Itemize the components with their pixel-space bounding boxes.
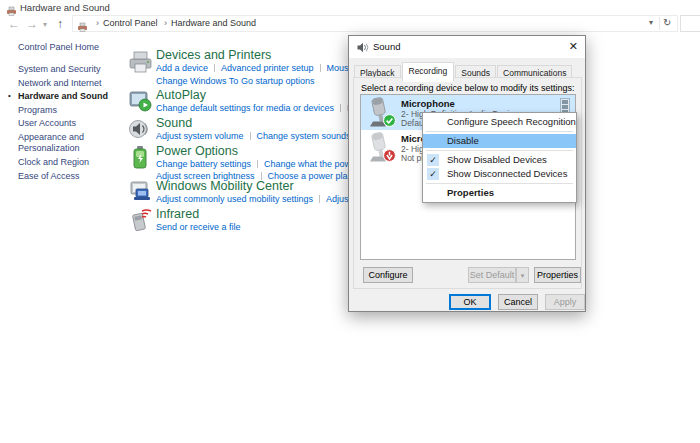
link-mobility-settings[interactable]: Adjust commonly used mobility settings: [156, 194, 313, 204]
properties-button[interactable]: Properties: [534, 267, 581, 283]
close-icon[interactable]: ✕: [569, 40, 578, 53]
breadcrumb-chevron-icon: ›: [96, 18, 99, 28]
link-divider: [250, 132, 251, 140]
configure-button[interactable]: Configure: [363, 267, 413, 283]
link-add-a-device[interactable]: Add a device: [156, 63, 208, 73]
category-title[interactable]: Infrared: [156, 207, 241, 221]
speaker-icon: [128, 117, 152, 145]
sidebar-item-hardware-and-sound[interactable]: Hardware and Sound: [18, 91, 108, 101]
sidebar-item-system-and-security[interactable]: System and Security: [18, 64, 101, 74]
link-change-battery-settings[interactable]: Change battery settings: [156, 159, 251, 169]
address-dropdown-chevron-icon[interactable]: ▾: [649, 18, 653, 27]
device-context-menu: Configure Speech Recognition Disable ✓Sh…: [422, 112, 577, 203]
link-advanced-printer-setup[interactable]: Advanced printer setup: [221, 63, 314, 73]
checkmark-icon: ✓: [427, 154, 439, 166]
breadcrumb: ›Control Panel ›Hardware and Sound: [92, 18, 256, 28]
sidebar-item-appearance-personalization[interactable]: Appearance and Personalization: [18, 132, 100, 154]
dialog-speaker-icon: [356, 40, 369, 58]
menu-item-disable[interactable]: Disable: [423, 134, 576, 148]
sidebar-item-clock-and-region[interactable]: Clock and Region: [18, 157, 89, 167]
menu-separator: [426, 150, 573, 151]
window-title: Hardware and Sound: [20, 2, 110, 13]
menu-separator: [426, 183, 573, 184]
battery-icon: [128, 145, 152, 174]
sidebar-item-programs[interactable]: Programs: [18, 105, 57, 115]
autoplay-icon: [128, 89, 152, 117]
up-icon[interactable]: ↑: [57, 17, 63, 31]
link-divider: [320, 64, 321, 72]
forward-icon[interactable]: →: [26, 17, 38, 31]
default-device-check-icon: [383, 113, 396, 131]
sidebar-item-ease-of-access[interactable]: Ease of Access: [18, 171, 80, 181]
unplugged-arrow-icon: [383, 148, 396, 166]
category-infrared: Infrared Send or receive a file: [128, 207, 241, 233]
dialog-titlebar[interactable]: Sound ✕: [349, 36, 585, 58]
printer-icon: [128, 49, 153, 78]
breadcrumb-hardware-and-sound[interactable]: Hardware and Sound: [171, 18, 256, 28]
recent-pages-chevron-icon[interactable]: ▾: [43, 20, 47, 29]
breadcrumb-chevron-icon: ›: [164, 18, 167, 28]
sidebar-item-network-and-internet[interactable]: Network and Internet: [18, 78, 102, 88]
menu-item-label: Show Disabled Devices: [447, 154, 547, 165]
menu-item-configure-speech-recognition[interactable]: Configure Speech Recognition: [423, 115, 576, 129]
menu-item-show-disconnected-devices[interactable]: ✓Show Disconnected Devices: [423, 167, 576, 181]
link-divider: [257, 160, 258, 168]
back-icon[interactable]: ←: [8, 17, 20, 31]
set-default-dropdown-arrow[interactable]: ▾: [516, 267, 529, 283]
active-item-bullet: •: [8, 91, 11, 100]
menu-item-properties[interactable]: Properties: [423, 186, 576, 200]
sidebar-item-user-accounts[interactable]: User Accounts: [18, 118, 76, 128]
set-default-button[interactable]: Set Default: [468, 267, 516, 283]
address-divider: [659, 17, 660, 30]
menu-item-label: Show Disconnected Devices: [447, 168, 567, 179]
ok-button[interactable]: OK: [449, 294, 491, 310]
link-change-system-sounds[interactable]: Change system sounds: [257, 131, 351, 141]
link-divider: [319, 195, 320, 203]
refresh-icon[interactable]: ↻: [663, 17, 671, 28]
device-name: Microphone: [401, 98, 455, 109]
checkmark-icon: ✓: [427, 168, 439, 180]
link-windows-to-go[interactable]: Change Windows To Go startup options: [156, 76, 314, 86]
laptop-icon: [128, 180, 152, 208]
sidebar-item-control-panel-home[interactable]: Control Panel Home: [18, 42, 99, 52]
cancel-button[interactable]: Cancel: [498, 294, 538, 310]
address-location-icon: [77, 18, 88, 36]
breadcrumb-control-panel[interactable]: Control Panel: [103, 18, 158, 28]
menu-separator: [426, 131, 573, 132]
link-divider: [340, 104, 341, 112]
search-input[interactable]: [680, 15, 700, 32]
dialog-title: Sound: [373, 41, 400, 52]
tab-recording[interactable]: Recording: [402, 62, 455, 82]
apply-button[interactable]: Apply: [545, 294, 585, 310]
menu-item-show-disabled-devices[interactable]: ✓Show Disabled Devices: [423, 153, 576, 167]
dialog-tabs: PlaybackRecordingSoundsCommunications: [354, 60, 573, 78]
window-titlebar[interactable]: Hardware and Sound: [0, 0, 700, 15]
link-send-or-receive-file[interactable]: Send or receive a file: [156, 222, 241, 232]
link-adjust-system-volume[interactable]: Adjust system volume: [156, 131, 244, 141]
control-panel-window: Hardware and Sound ← → ▾ ↑ ›Control Pane…: [0, 0, 700, 443]
link-change-default-media-settings[interactable]: Change default settings for media or dev…: [156, 103, 334, 113]
infrared-icon: [128, 208, 152, 237]
link-divider: [214, 64, 215, 72]
category-links-row: Send or receive a file: [156, 221, 241, 233]
recording-prompt: Select a recording device below to modif…: [361, 83, 575, 93]
